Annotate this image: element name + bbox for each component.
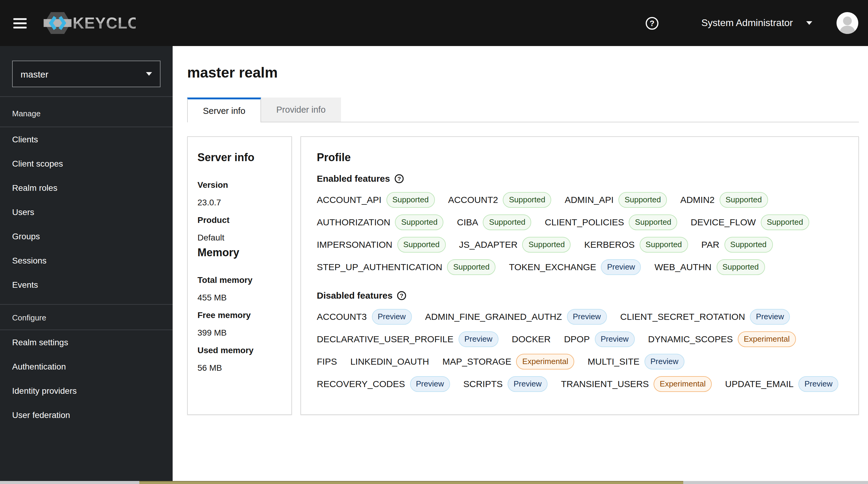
enabled-features-text: Enabled features [317,173,390,184]
feature-name: MULTI_SITE [588,356,639,366]
feature-transient-users: TRANSIENT_USERSExperimental [561,376,712,392]
feature-name: KERBEROS [584,239,635,249]
feature-step-up-authentication: STEP_UP_AUTHENTICATIONSupported [317,259,496,275]
feature-js-adapter: JS_ADAPTERSupported [459,237,570,252]
profile-heading: Profile [317,151,842,164]
sidebar-item-identity-providers[interactable]: Identity providers [0,379,173,403]
question-circle-icon[interactable]: ? [394,174,404,183]
sidebar-item-client-scopes[interactable]: Client scopes [0,151,173,176]
feature-update-email: UPDATE_EMAILPreview [725,376,839,392]
feature-badge-preview: Preview [410,376,450,392]
feature-name: TRANSIENT_USERS [561,379,649,389]
feature-name: CIBA [457,217,478,227]
help-icon[interactable]: ? [645,16,659,30]
chevron-down-icon [146,72,152,76]
horizontal-scrollbar[interactable] [0,481,868,484]
sidebar-item-events[interactable]: Events [0,273,173,297]
field-label: Product [197,211,282,229]
feature-row: STEP_UP_AUTHENTICATIONSupportedTOKEN_EXC… [317,259,842,275]
feature-docker: DOCKER [512,334,551,344]
svg-text:?: ? [650,19,654,28]
feature-web-authn: WEB_AUTHNSupported [654,259,765,275]
sidebar-item-users[interactable]: Users [0,200,173,224]
feature-badge-supported: Supported [640,237,688,252]
feature-impersonation: IMPERSONATIONSupported [317,237,445,252]
feature-fips: FIPS [317,356,337,366]
feature-authorization: AUTHORIZATIONSupported [317,214,444,230]
memory-fields: Total memory455 MBFree memory399 MBUsed … [197,271,282,377]
feature-badge-supported: Supported [447,259,496,275]
field-value: Default [197,229,282,246]
feature-client-policies: CLIENT_POLICIESSupported [545,214,678,230]
server-info-heading: Server info [197,151,282,164]
sidebar-item-groups[interactable]: Groups [0,224,173,248]
profile-card: Profile Enabled features ? ACCOUNT_APISu… [301,136,859,415]
sidebar-item-realm-settings[interactable]: Realm settings [0,330,173,354]
feature-badge-supported: Supported [386,192,435,208]
memory-heading: Memory [197,246,282,259]
keycloak-logo[interactable]: KEYCLOAK [43,11,136,35]
realm-selector[interactable]: master [12,61,160,87]
sidebar-item-clients[interactable]: Clients [0,127,173,151]
feature-badge-preview: Preview [372,309,412,324]
svg-text:KEYCLOAK: KEYCLOAK [73,14,136,32]
feature-badge-preview: Preview [601,259,641,275]
feature-badge-supported: Supported [720,192,768,208]
nav-group-manage: ManageClientsClient scopesRealm rolesUse… [0,96,173,297]
feature-badge-supported: Supported [761,214,809,230]
feature-dynamic-scopes: DYNAMIC_SCOPESExperimental [648,331,796,347]
feature-badge-experimental: Experimental [516,354,575,369]
sidebar-item-user-federation[interactable]: User federation [0,403,173,427]
feature-name: ADMIN2 [680,194,714,205]
feature-multi-site: MULTI_SITEPreview [588,354,684,369]
menu-icon[interactable] [13,18,27,28]
field-label: Total memory [197,271,282,289]
feature-map-storage: MAP_STORAGEExperimental [442,354,575,369]
keycloak-logo-icon: KEYCLOAK [43,11,136,35]
chevron-down-icon[interactable] [806,21,812,25]
sidebar: master ManageClientsClient scopesRealm r… [0,46,173,481]
user-menu[interactable]: System Administrator [702,18,793,28]
feature-badge-supported: Supported [629,214,678,230]
tab-provider-info[interactable]: Provider info [261,97,341,122]
feature-row: DECLARATIVE_USER_PROFILEPreviewDOCKERDPO… [317,331,842,347]
feature-scripts: SCRIPTSPreview [463,376,548,392]
feature-badge-supported: Supported [483,214,531,230]
feature-badge-supported: Supported [618,192,667,208]
feature-declarative-user-profile: DECLARATIVE_USER_PROFILEPreview [317,331,498,347]
feature-name: DECLARATIVE_USER_PROFILE [317,334,454,344]
avatar[interactable] [837,12,858,34]
field-value: 23.0.7 [197,194,282,211]
feature-row: RECOVERY_CODESPreviewSCRIPTSPreviewTRANS… [317,375,842,392]
feature-name: CLIENT_SECRET_ROTATION [620,311,745,322]
sidebar-item-sessions[interactable]: Sessions [0,248,173,273]
feature-badge-supported: Supported [522,237,571,252]
feature-client-secret-rotation: CLIENT_SECRET_ROTATIONPreview [620,309,790,324]
feature-name: UPDATE_EMAIL [725,379,794,389]
feature-name: ACCOUNT2 [448,194,498,205]
nav-group-configure: ConfigureRealm settingsAuthenticationIde… [0,304,173,427]
disabled-features-list: ACCOUNT3PreviewADMIN_FINE_GRAINED_AUTHZP… [317,308,842,392]
side-nav: ManageClientsClient scopesRealm rolesUse… [0,96,173,427]
feature-name: DEVICE_FLOW [691,217,756,227]
sidebar-item-realm-roles[interactable]: Realm roles [0,176,173,200]
tab-server-info[interactable]: Server info [187,97,261,122]
feature-admin2: ADMIN2Supported [680,192,768,208]
horizontal-scrollbar-thumb[interactable] [139,481,683,484]
feature-account-api: ACCOUNT_APISupported [317,192,435,208]
tab-bar: Server infoProvider info [187,97,859,122]
feature-badge-preview: Preview [507,376,548,392]
feature-row: AUTHORIZATIONSupportedCIBASupportedCLIEN… [317,214,842,230]
feature-account2: ACCOUNT2Supported [448,192,551,208]
masthead-actions: ? System Administrator [645,12,858,34]
feature-name: WEB_AUTHN [654,262,711,272]
menu-bar [13,18,27,20]
feature-name: ACCOUNT_API [317,194,381,205]
feature-badge-preview: Preview [645,354,685,369]
feature-recovery-codes: RECOVERY_CODESPreview [317,376,450,392]
question-circle-icon[interactable]: ? [397,291,406,300]
server-info-card: Server info Version23.0.7ProductDefault … [187,136,292,415]
sidebar-item-authentication[interactable]: Authentication [0,354,173,379]
page-title: master realm [187,64,859,81]
keycloak-admin-console: KEYCLOAK ? System Administrator [0,0,868,484]
